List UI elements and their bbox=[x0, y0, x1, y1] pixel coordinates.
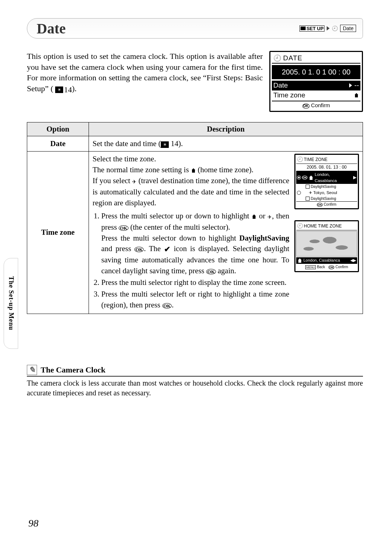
tzs-ds2: DaylightSaving bbox=[305, 196, 357, 201]
tz-p2b: (home time zone). bbox=[196, 165, 254, 174]
tzs-header: TIME ZONE bbox=[296, 156, 357, 164]
note-title: The Camera Clock bbox=[41, 365, 105, 375]
world-map bbox=[296, 231, 357, 257]
tzs-confirm: Confirm bbox=[324, 202, 336, 206]
clock-icon bbox=[297, 222, 303, 230]
ref-icon: ☀ bbox=[161, 141, 169, 148]
screen-footer: OK Confirm bbox=[272, 101, 360, 109]
home-icon bbox=[252, 214, 257, 219]
desc-date-ref: 14 bbox=[171, 139, 179, 148]
intro-close: ). bbox=[72, 84, 77, 93]
options-table: Option Description Date Set the date and… bbox=[27, 122, 363, 314]
ok-icon: OK bbox=[119, 225, 128, 231]
desc-timezone: Select the time zone. The normal time zo… bbox=[89, 152, 363, 314]
note-block: ✎ The Camera Clock The camera clock is l… bbox=[27, 365, 363, 398]
ms-confirm: Confirm bbox=[335, 265, 348, 269]
tzs-travel: Tokyo, Seoul bbox=[313, 190, 337, 196]
home-icon bbox=[354, 93, 359, 97]
s1d: (the center of the multi selector). bbox=[128, 223, 230, 231]
chevron-right-icon bbox=[327, 26, 330, 31]
screen-row-date: Date -- bbox=[272, 81, 360, 90]
home-icon bbox=[191, 168, 196, 173]
checkbox-icon bbox=[306, 185, 310, 189]
ok-icon: OK bbox=[302, 104, 310, 109]
tzs-ds1: DaylightSaving bbox=[305, 184, 357, 189]
page-title: Date bbox=[37, 20, 299, 37]
row-date-label: Date bbox=[273, 81, 288, 89]
tzs-ds2-label: DaylightSaving bbox=[311, 196, 336, 201]
tz-p2a: The normal time zone setting is bbox=[93, 165, 191, 174]
ok-icon: OK bbox=[134, 247, 144, 252]
ok-icon: OK bbox=[317, 203, 323, 207]
ms-back: Back bbox=[317, 265, 325, 269]
setup-label: SET UP bbox=[306, 26, 323, 31]
check-icon bbox=[164, 244, 171, 255]
s1b: or bbox=[257, 211, 268, 220]
side-tab: The Set-up Menu bbox=[4, 258, 18, 349]
menu-badge-icon: MENU bbox=[305, 265, 316, 269]
tzs-home: London, Casablanca bbox=[315, 172, 352, 184]
side-tab-label: The Set-up Menu bbox=[7, 276, 15, 330]
note-body: The camera clock is less accurate than m… bbox=[27, 377, 363, 398]
ref-icon: ☀ bbox=[55, 86, 63, 93]
note-head: ✎ The Camera Clock bbox=[27, 365, 363, 377]
menu-path: SET UP Date bbox=[299, 25, 356, 32]
tz-step-2: Press the multi selector right to displa… bbox=[101, 277, 289, 288]
tz-step-3: Press the multi selector left or right t… bbox=[101, 289, 289, 311]
clock-icon bbox=[332, 25, 338, 32]
home-icon bbox=[309, 176, 314, 180]
tzs-ds1-label: DaylightSaving bbox=[311, 184, 336, 189]
row-date-val: -- bbox=[354, 81, 359, 89]
col-option: Option bbox=[27, 122, 89, 136]
ok-icon: OK bbox=[328, 265, 334, 269]
tz-p2: The normal time zone setting is (home ti… bbox=[93, 165, 289, 176]
ok-icon: OK bbox=[206, 269, 216, 274]
radio-off-icon bbox=[297, 191, 301, 195]
tz-p3a: If you select bbox=[93, 176, 132, 185]
s1a: Press the multi selector up or down to h… bbox=[101, 211, 252, 220]
tzs-title: TIME ZONE bbox=[304, 157, 327, 163]
setup-icon bbox=[301, 27, 306, 30]
path-leaf: Date bbox=[340, 25, 356, 32]
note-icon: ✎ bbox=[27, 365, 37, 375]
ok-icon: OK bbox=[162, 303, 172, 309]
ms-title: HOME TIME ZONE bbox=[304, 223, 342, 229]
page-number: 98 bbox=[28, 517, 38, 529]
ref-number: 14 bbox=[64, 84, 72, 95]
ms-loc-text: London, Casablanca bbox=[303, 258, 340, 263]
plane-icon bbox=[309, 190, 312, 196]
tzs-home-row: OK London, Casablanca ▶ bbox=[296, 171, 357, 184]
tz-p1: Select the time zone. bbox=[93, 154, 289, 165]
plane-icon bbox=[268, 211, 272, 222]
lr-arrow-icon: ◀▶ bbox=[350, 258, 356, 263]
header-banner: Date SET UP Date bbox=[27, 18, 363, 39]
desc-date-b: ). bbox=[179, 139, 183, 148]
radio-on-icon bbox=[297, 176, 301, 180]
desc-date-a: Set the date and time ( bbox=[93, 139, 161, 148]
opt-date: Date bbox=[27, 136, 89, 152]
s1bold: DaylightSaving bbox=[239, 234, 289, 242]
screen-title-text: DATE bbox=[283, 54, 302, 62]
setup-badge: SET UP bbox=[299, 25, 324, 32]
ms-footer: MENU Back OK Confirm bbox=[296, 264, 357, 270]
screen-title: DATE bbox=[272, 53, 360, 64]
chevron-right-icon bbox=[349, 83, 352, 88]
row-tz-label: Time zone bbox=[273, 91, 305, 99]
ms-location: London, Casablanca ◀▶ bbox=[296, 257, 357, 264]
footer-text: Confirm bbox=[311, 102, 330, 108]
screen-timestamp: 2005. 0 1. 0 1 00 : 00 bbox=[272, 65, 360, 79]
tzs-timestamp: 2005. 08. 01. 13 : 00 bbox=[296, 164, 357, 171]
checkbox-icon bbox=[306, 197, 310, 201]
s1f: and press bbox=[101, 244, 134, 253]
tzs-travel-row: Tokyo, Seoul bbox=[296, 189, 357, 196]
page-ref: ☀ 14 bbox=[55, 84, 72, 95]
map-screen: HOME TIME ZONE London, Casablanca ◀▶ MEN… bbox=[294, 220, 359, 272]
opt-timezone: Time zone bbox=[27, 152, 89, 314]
s1i: again. bbox=[216, 266, 236, 275]
ok-icon: OK bbox=[302, 176, 308, 180]
date-screen: DATE 2005. 0 1. 0 1 00 : 00 Date -- Time… bbox=[269, 51, 363, 112]
tzs-footer: OK Confirm bbox=[296, 201, 357, 207]
tz-p3: If you select (travel destination time z… bbox=[93, 176, 289, 209]
tz-step-1: Press the multi selector up or down to h… bbox=[101, 211, 289, 277]
home-icon bbox=[297, 258, 302, 263]
